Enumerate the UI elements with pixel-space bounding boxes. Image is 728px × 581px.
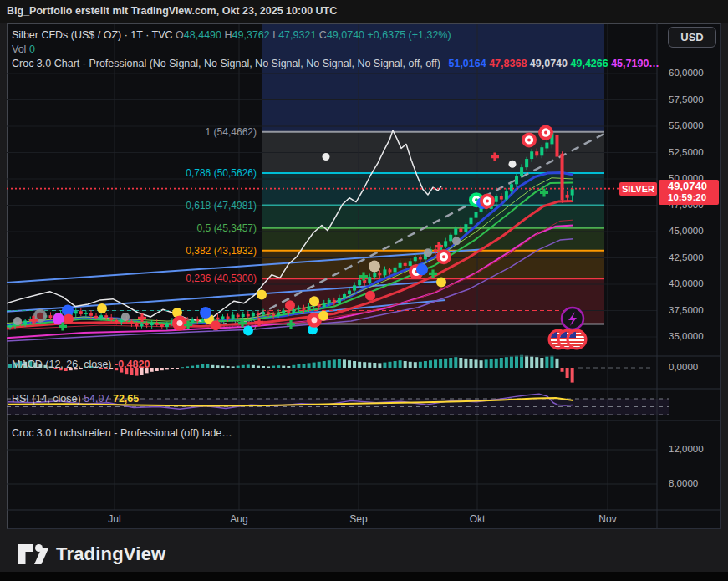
- rsi-title: RSI: [12, 393, 29, 405]
- month-label-jul: Jul: [108, 513, 120, 525]
- price-tick: 55,0000: [669, 120, 704, 130]
- change-value: +0,6375 (+1,32%): [368, 29, 451, 41]
- fib-level-label: 0,382 (43,1932): [186, 245, 257, 257]
- open-value: 48,4490: [184, 29, 221, 41]
- bottom-strip: [0, 572, 728, 581]
- chart-canvas[interactable]: 1 (54,4662)0,786 (50,5626)0,618 (47,4981…: [0, 0, 728, 581]
- rsi-params: (14, close): [32, 393, 80, 405]
- croc-indicator-value: 49,0740: [530, 58, 571, 69]
- volume-value: 0: [29, 43, 35, 55]
- high-value: 49,3762: [232, 29, 270, 41]
- price-tick: 0,0000: [669, 362, 698, 372]
- month-label-okt: Okt: [470, 513, 486, 525]
- tradingview-logo-text: TradingView: [56, 543, 165, 565]
- price-tick: 60,0000: [669, 68, 704, 78]
- month-label-aug: Aug: [230, 513, 247, 525]
- croc-indicator-value: 45,7190…: [611, 58, 659, 69]
- macd-title: MACD: [12, 359, 43, 370]
- price-tick: 52,5000: [669, 147, 704, 157]
- croc-lochstreifen-legend[interactable]: Croc 3.0 Lochstreifen - Professional (of…: [12, 427, 232, 439]
- high-label: H: [225, 29, 232, 41]
- rsi-value-1: 54,07: [84, 393, 109, 405]
- month-label-nov: Nov: [598, 513, 616, 525]
- price-tick: 57,5000: [669, 94, 704, 104]
- fib-level-label: 0,5 (45,3457): [197, 222, 257, 234]
- currency-toggle-button[interactable]: USD: [668, 27, 716, 48]
- month-label-sep: Sep: [349, 513, 367, 525]
- chart-legend: Silber CFDs (US$ / OZ) · 1T · TVC O48,44…: [12, 28, 659, 71]
- tradingview-window: Big_Portfolio erstellt mit TradingView.c…: [0, 0, 728, 581]
- open-label: O: [176, 29, 184, 41]
- price-tick: 45,0000: [669, 226, 704, 236]
- bar-countdown: 10:59:20: [668, 192, 719, 203]
- croc-legend-row[interactable]: Croc 3.0 Chart - Professional (No Signal…: [12, 57, 659, 71]
- croc-indicator-value: 51,0164: [448, 58, 489, 69]
- macd-params: (12, 26, close): [45, 359, 111, 370]
- croc-indicator-title: Croc 3.0 Chart - Professional (No Signal…: [12, 58, 440, 69]
- price-tick: 40,0000: [669, 278, 704, 288]
- rsi-value-2: 72,65: [113, 393, 139, 405]
- price-tick: 12,0000: [669, 444, 704, 454]
- close-label: C: [319, 29, 327, 41]
- silver-price-label: SILVER: [619, 182, 657, 196]
- last-price-value: 49,0740: [668, 180, 719, 192]
- volume-legend-row[interactable]: Vol 0: [12, 43, 659, 57]
- close-value: 49,0740: [327, 29, 364, 41]
- tradingview-logo[interactable]: TradingView: [17, 542, 165, 567]
- price-tick: 42,5000: [669, 252, 704, 262]
- macd-value: -0,4820: [115, 359, 150, 370]
- last-price-box[interactable]: 49,0740 10:59:20: [659, 180, 719, 205]
- fib-level-label: 0,236 (40,5300): [186, 273, 257, 284]
- price-tick: 37,5000: [669, 305, 704, 315]
- croc-indicator-values: 51,0164 47,8368 49,0740 49,4266 45,7190…: [448, 58, 659, 69]
- time-axis[interactable]: JulAugSepOktNov: [0, 513, 728, 530]
- tradingview-logo-icon: [17, 542, 48, 567]
- symbol-legend-row[interactable]: Silber CFDs (US$ / OZ) · 1T · TVC O48,44…: [12, 28, 659, 43]
- fib-level-label: 1 (54,4662): [206, 126, 257, 138]
- croc-lochstreifen-title: Croc 3.0 Lochstreifen - Professional (of…: [12, 427, 232, 439]
- croc-indicator-value: 47,8368: [489, 58, 530, 69]
- rsi-legend[interactable]: RSI (14, close) 54,07 72,65: [12, 393, 139, 405]
- symbol-title[interactable]: Silber CFDs (US$ / OZ) · 1T · TVC: [12, 29, 173, 41]
- price-tick: 35,0000: [669, 331, 704, 341]
- price-tick: 8,0000: [669, 478, 698, 488]
- croc-indicator-value: 49,4266: [571, 58, 612, 69]
- fib-level-label: 0,618 (47,4981): [186, 200, 257, 212]
- volume-label: Vol: [12, 43, 26, 55]
- low-value: 47,9321: [278, 29, 316, 41]
- macd-legend[interactable]: MACD (12, 26, close) -0,4820: [12, 359, 150, 370]
- fib-level-label: 0,786 (50,5626): [186, 167, 257, 179]
